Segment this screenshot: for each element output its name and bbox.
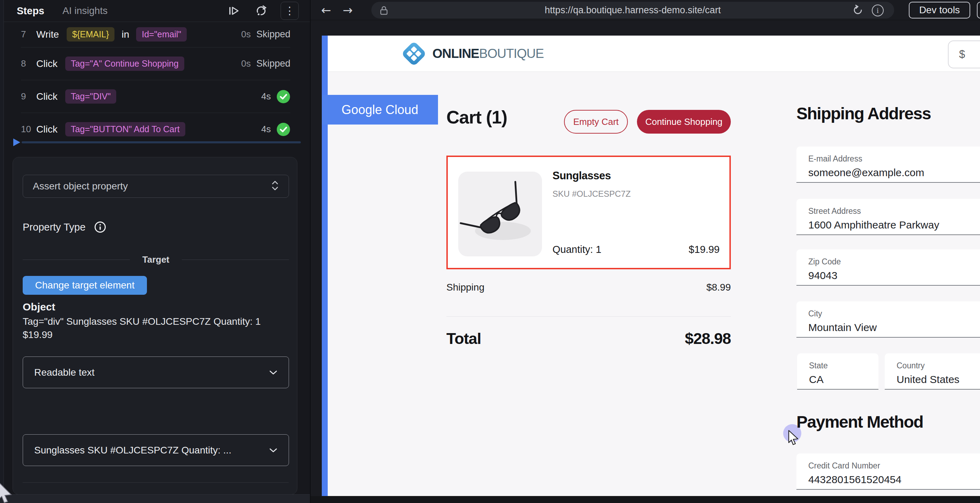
selector-badge: Tag="DIV" <box>65 89 116 103</box>
field-label: E-mail Address <box>808 154 980 163</box>
chevron-down-icon <box>269 370 277 375</box>
object-text-dropdown[interactable]: Sunglasses SKU #OLJCESPC7Z Quantity: ... <box>23 434 289 466</box>
info-icon[interactable] <box>94 221 107 233</box>
step-duration: 4s <box>261 124 271 135</box>
object-heading: Object <box>23 301 55 313</box>
step-number: 10 <box>21 124 36 135</box>
divider <box>446 316 731 317</box>
step-action: Write <box>36 29 59 40</box>
dev-tools-button[interactable]: Dev tools <box>909 2 970 19</box>
playhead-marker-icon <box>13 138 20 146</box>
city-field[interactable]: City Mountain View <box>796 301 980 338</box>
run-from-step-icon[interactable] <box>226 3 242 19</box>
shop-logo-icon <box>400 40 428 67</box>
step-duration: 4s <box>261 91 271 102</box>
field-label: City <box>808 309 980 319</box>
state-field[interactable]: State CA <box>797 353 878 390</box>
test-steps-panel: Steps AI insights ⋮ 7 Write ${EMAIL} in … <box>0 0 310 503</box>
field-value: CA <box>809 374 878 386</box>
cart-heading: Cart (1) <box>446 107 507 128</box>
step-status: Skipped <box>256 29 290 40</box>
rerun-icon[interactable] <box>253 3 269 19</box>
chevron-down-icon <box>269 448 277 453</box>
step-action: Click <box>36 124 57 135</box>
total-label: Total <box>446 330 481 348</box>
field-value: 4432801561520454 <box>808 474 980 486</box>
url-bar[interactable]: https://qa.boutique.harness-demo.site/ca… <box>371 2 894 19</box>
currency-selector[interactable]: $ <box>948 40 980 68</box>
readable-text-value: Readable text <box>34 367 95 378</box>
step-passed-icon <box>277 122 290 136</box>
payment-method-heading: Payment Method <box>796 412 923 432</box>
field-label: Credit Card Number <box>808 461 980 471</box>
continue-shopping-button[interactable]: Continue Shopping <box>637 110 731 133</box>
page-info-icon[interactable]: i <box>872 5 884 16</box>
shipping-row: Shipping $8.99 <box>446 282 731 293</box>
step-number: 9 <box>21 91 36 102</box>
cart-item-card-highlighted[interactable]: Sunglasses SKU #OLJCESPC7Z Quantity: 1 $… <box>446 156 731 269</box>
zip-code-field[interactable]: Zip Code 94043 <box>796 249 980 286</box>
shipping-amount: $8.99 <box>706 282 731 293</box>
field-label: Zip Code <box>808 257 980 267</box>
field-value: 1600 Amphitheatre Parkway <box>808 219 980 231</box>
street-address-field[interactable]: Street Address 1600 Amphitheatre Parkway <box>796 199 980 235</box>
tab-steps[interactable]: Steps <box>17 5 45 17</box>
url-text: https://qa.boutique.harness-demo.site/ca… <box>371 2 894 19</box>
step-row-7[interactable]: 7 Write ${EMAIL} in Id="email" 0s Skippe… <box>3 22 310 47</box>
panel-header: Steps AI insights ⋮ <box>3 0 310 22</box>
credit-card-number-field[interactable]: Credit Card Number 4432801561520454 <box>796 454 980 490</box>
browser-bottom-bar <box>310 496 980 503</box>
selector-badge: Tag="A" Continue Shopping <box>65 57 184 71</box>
tab-ai-insights[interactable]: AI insights <box>62 5 108 16</box>
empty-cart-button[interactable]: Empty Cart <box>564 110 628 133</box>
clipped-toolbar-button[interactable] <box>977 2 980 19</box>
step-row-8[interactable]: 8 Click Tag="A" Continue Shopping 0s Ski… <box>3 48 310 80</box>
app-window: Steps AI insights ⋮ 7 Write ${EMAIL} in … <box>0 0 980 503</box>
readable-text-dropdown[interactable]: Readable text <box>23 357 289 388</box>
step-number: 7 <box>21 29 36 40</box>
total-amount: $28.98 <box>685 330 731 348</box>
forward-icon[interactable]: → <box>343 0 353 20</box>
select-updown-icon <box>271 179 279 193</box>
currency-symbol: $ <box>959 48 965 61</box>
total-row: Total $28.98 <box>446 330 731 348</box>
field-label: State <box>809 361 878 370</box>
field-value: Mountain View <box>808 322 980 333</box>
browser-toolbar: ← → https://qa.boutique.harness-demo.sit… <box>310 0 980 20</box>
reload-icon[interactable] <box>852 5 864 17</box>
step-duration: 0s <box>241 29 251 40</box>
property-type-label: Property Type <box>23 222 86 233</box>
shop-logo[interactable]: ONLINEBOUTIQUE <box>400 40 544 67</box>
back-icon[interactable]: ← <box>321 0 331 20</box>
playhead-progress[interactable] <box>3 138 310 146</box>
step-passed-icon <box>277 90 290 103</box>
panel-footer <box>0 494 310 503</box>
more-options-icon[interactable]: ⋮ <box>281 2 299 20</box>
shipping-label: Shipping <box>446 282 484 293</box>
step-action: Click <box>36 58 57 70</box>
product-sku: SKU #OLJCESPC7Z <box>552 189 631 199</box>
assertion-editor-card: Assert object property Property Type Tar… <box>13 157 298 495</box>
country-field[interactable]: Country United States <box>885 353 980 390</box>
step-action: Click <box>36 91 57 102</box>
step-duration: 0s <box>241 58 251 69</box>
assert-type-select[interactable]: Assert object property <box>23 175 289 198</box>
target-divider: Target <box>23 254 289 265</box>
email-field[interactable]: E-mail Address someone@example.com <box>796 146 980 183</box>
field-value: 94043 <box>808 270 980 281</box>
google-cloud-badge: Google Cloud <box>322 95 438 125</box>
step-joiner: in <box>121 29 129 40</box>
divider <box>23 482 289 483</box>
mouse-cursor <box>0 482 15 503</box>
field-value: someone@example.com <box>808 167 980 179</box>
product-image <box>458 171 542 256</box>
step-row-9[interactable]: 9 Click Tag="DIV" 4s <box>3 80 310 113</box>
logo-text-light: BOUTIQUE <box>479 46 544 61</box>
selector-badge: Tag="BUTTON" Add To Cart <box>65 122 185 136</box>
steps-list: 7 Write ${EMAIL} in Id="email" 0s Skippe… <box>3 22 310 146</box>
change-target-element-button[interactable]: Change target element <box>23 276 147 295</box>
shipping-address-heading: Shipping Address <box>796 104 931 123</box>
selector-badge: Id="email" <box>136 27 187 41</box>
object-description: Tag="div" Sunglasses SKU #OLJCESPC7Z Qua… <box>23 315 277 341</box>
assert-type-value: Assert object property <box>33 181 128 192</box>
